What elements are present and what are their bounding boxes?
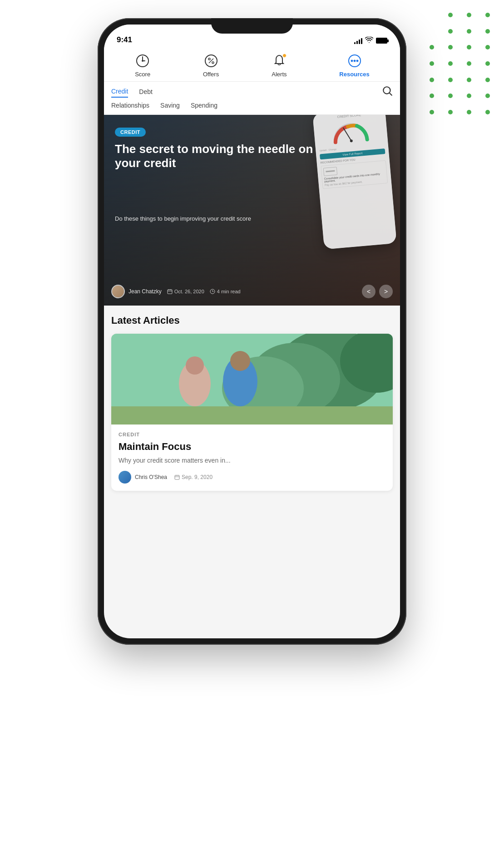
dot — [485, 94, 490, 98]
dot — [430, 45, 434, 49]
article-calendar-icon — [174, 474, 180, 480]
status-icons — [354, 37, 387, 44]
dot — [448, 29, 453, 34]
article-title: Maintain Focus — [119, 441, 385, 453]
hero-date-text: Oct. 26, 2020 — [174, 289, 204, 294]
svg-point-10 — [354, 60, 356, 62]
signal-bar-1 — [354, 42, 356, 44]
category-tabs-row1: Credit Debt — [111, 85, 393, 98]
dot — [448, 78, 453, 82]
dot — [467, 29, 471, 34]
bell-icon — [271, 53, 287, 69]
svg-point-32 — [230, 351, 250, 371]
tab-credit[interactable]: Credit — [111, 86, 128, 98]
hero-nav-arrows: < > — [362, 285, 393, 298]
signal-bar-3 — [359, 39, 360, 44]
mockup-card: Consolidate your credit cards into one m… — [321, 160, 388, 189]
nav-tabs: Score Offers — [104, 47, 400, 82]
svg-rect-28 — [111, 406, 393, 425]
article-category: CREDIT — [119, 432, 385, 437]
dot — [467, 13, 471, 17]
signal-bars-icon — [354, 38, 362, 44]
alert-badge — [282, 54, 287, 58]
prev-arrow-button[interactable]: < — [362, 285, 376, 298]
row2-tabs: Relationships Saving Spending — [111, 100, 217, 111]
dot — [430, 110, 434, 114]
article-date-text: Sep. 9, 2020 — [182, 474, 212, 480]
dot — [467, 94, 471, 98]
article-body: CREDIT Maintain Focus Why your credit sc… — [111, 425, 393, 491]
hero-author: Jean Chatzky — [128, 288, 162, 295]
next-arrow-button[interactable]: > — [379, 285, 393, 298]
dot — [448, 13, 453, 17]
category-tabs: Credit Debt Relationships Saving Spendin… — [104, 82, 400, 115]
hero-date: Oct. 26, 2020 — [167, 289, 204, 294]
article-card[interactable]: CREDIT Maintain Focus Why your credit sc… — [111, 334, 393, 491]
dot — [485, 61, 490, 66]
dot — [430, 61, 434, 66]
dot — [485, 110, 490, 114]
hero-subtitle: Do these things to begin improving your … — [115, 215, 318, 223]
article-image — [111, 334, 393, 425]
svg-point-11 — [356, 60, 358, 62]
credit-badge: CREDIT — [115, 128, 146, 137]
svg-line-13 — [390, 93, 392, 95]
article-author-avatar — [119, 471, 131, 484]
tab-saving[interactable]: Saving — [160, 100, 180, 111]
status-time: 9:41 — [117, 35, 132, 44]
svg-point-7 — [212, 62, 214, 64]
hero-read-time: 4 min read — [210, 289, 241, 294]
hero-read-time-text: 4 min read — [217, 289, 241, 294]
article-image-bg — [111, 334, 393, 425]
content-area: Latest Articles — [104, 306, 400, 500]
tab-offers[interactable]: Offers — [203, 53, 219, 78]
svg-point-6 — [208, 58, 210, 60]
dot — [448, 110, 453, 114]
clock-small-icon — [210, 289, 215, 294]
phone-notch — [211, 18, 293, 34]
tab-alerts[interactable]: Alerts — [271, 53, 287, 78]
dot — [485, 45, 490, 49]
tab-debt[interactable]: Debt — [139, 86, 153, 97]
dot — [467, 45, 471, 49]
dot — [485, 78, 490, 82]
phone-screen: 9:41 — [104, 25, 400, 638]
dot — [485, 29, 490, 34]
dot — [467, 110, 471, 114]
hero-footer: Jean Chatzky Oct. 26, 2020 — [104, 285, 400, 298]
dot — [430, 94, 434, 98]
category-tabs-row2: Relationships Saving Spending — [111, 100, 393, 111]
dot — [448, 45, 453, 49]
hero-phone-mockup: CREDIT SCORE U — [312, 115, 397, 249]
tab-relationships[interactable]: Relationships — [111, 100, 149, 111]
svg-line-5 — [209, 59, 213, 63]
clock-icon — [134, 53, 151, 69]
wifi-icon — [365, 37, 373, 44]
phone-frame: 9:41 — [98, 18, 406, 645]
article-author-name: Chris O'Shea — [135, 474, 167, 480]
hero-title: The secret to moving the needle on your … — [115, 142, 318, 170]
percent-icon — [203, 53, 219, 69]
mockup-screen: CREDIT SCORE U — [312, 115, 397, 249]
tab-resources[interactable]: Resources — [339, 53, 369, 78]
article-footer: Chris O'Shea Sep. 9, 2020 — [119, 471, 385, 484]
hero-section: CREDIT SCORE U — [104, 115, 400, 306]
author-avatar — [111, 285, 125, 298]
hero-meta: Jean Chatzky Oct. 26, 2020 — [128, 288, 358, 295]
author-avatar-image — [112, 286, 124, 297]
phone-wrapper: 9:41 — [98, 18, 406, 844]
dot — [448, 94, 453, 98]
dot — [467, 78, 471, 82]
tab-spending[interactable]: Spending — [191, 100, 217, 111]
svg-rect-16 — [168, 290, 172, 294]
tab-alerts-label: Alerts — [272, 71, 287, 78]
search-button[interactable] — [382, 85, 393, 98]
dot — [430, 78, 434, 82]
article-date: Sep. 9, 2020 — [174, 474, 212, 480]
dot — [467, 61, 471, 66]
tab-offers-label: Offers — [203, 71, 219, 78]
tab-resources-label: Resources — [339, 71, 369, 78]
svg-point-30 — [186, 356, 204, 375]
tab-score[interactable]: Score — [134, 53, 151, 78]
svg-line-14 — [343, 127, 351, 141]
